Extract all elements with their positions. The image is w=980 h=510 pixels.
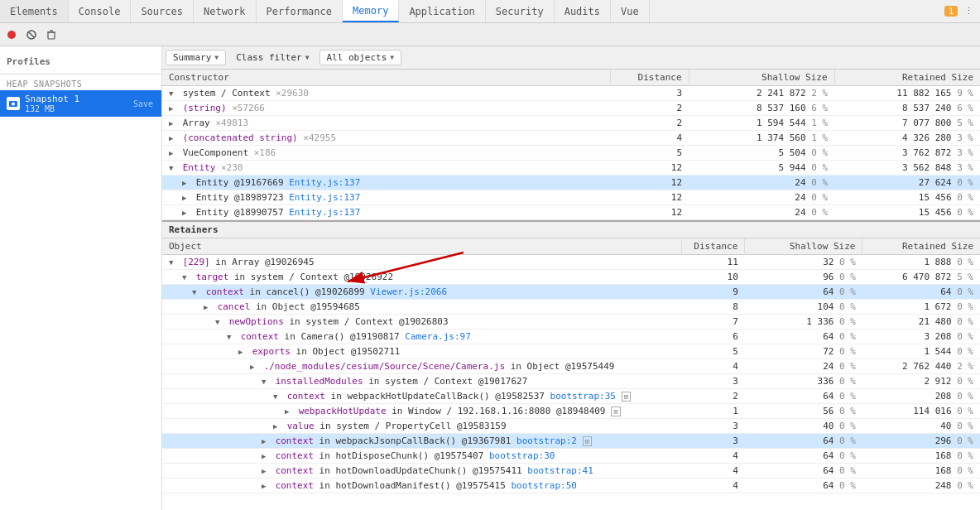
clear-button[interactable]	[23, 26, 40, 43]
count-badge: ×29630	[276, 88, 309, 99]
save-button[interactable]: Save	[132, 98, 155, 110]
shallow-size-cell: 24 0 %	[689, 190, 834, 205]
table-row[interactable]: ▼ Entity ×230 12 5 944 0 % 3 562 848 3 %	[162, 161, 980, 176]
expand-icon[interactable]: ▶	[169, 119, 177, 128]
source-link[interactable]: bootstrap:41	[527, 465, 593, 476]
expand-icon[interactable]: ▼	[169, 258, 177, 267]
tab-audits[interactable]: Audits	[555, 0, 611, 22]
source-link[interactable]: Entity.js:137	[289, 177, 360, 188]
table-row[interactable]: ▶ context in hotDownloadManifest() @1957…	[162, 479, 980, 493]
table-row[interactable]: ▼ context in webpackHotUpdateCallBack() …	[162, 389, 980, 404]
expand-icon[interactable]: ▶	[273, 422, 281, 431]
source-link[interactable]: bootstrap:35	[550, 391, 616, 402]
window-badge-2: ⊞	[583, 436, 592, 446]
table-row[interactable]: ▶ context in hotDisposeChunk() @19575407…	[162, 449, 980, 464]
expand-icon[interactable]: ▼	[262, 378, 270, 386]
expand-icon[interactable]: ▼	[169, 164, 177, 172]
tab-application[interactable]: Application	[399, 0, 485, 22]
table-row[interactable]: ▶ Array ×49813 2 1 594 544 1 % 7 077 800…	[162, 116, 980, 131]
expand-icon[interactable]: ▶	[182, 194, 190, 202]
table-row[interactable]: ▶ webpackHotUpdate in Window / 192.168.1…	[162, 404, 980, 419]
expand-icon[interactable]: ▶	[262, 467, 270, 475]
table-row[interactable]: ▶ context in webpackJsonpCallBack() @193…	[162, 434, 980, 449]
source-link[interactable]: bootstrap:50	[511, 480, 576, 491]
expand-icon[interactable]: ▼	[169, 89, 177, 98]
retained-size-cell: 2 912 0 %	[862, 374, 980, 389]
warning-badge: 1	[944, 6, 958, 17]
tab-security[interactable]: Security	[486, 0, 555, 22]
retained-size-cell: 8 537 240 6 %	[834, 101, 980, 116]
expand-icon[interactable]: ▶	[262, 437, 270, 445]
table-row[interactable]: ▶ exports in Object @19502711 5 72 0 % 1…	[162, 344, 980, 359]
expand-icon[interactable]: ▶	[169, 149, 177, 157]
expand-icon[interactable]: ▶	[169, 104, 177, 113]
expand-icon[interactable]: ▶	[285, 407, 293, 416]
table-row[interactable]: ▶ VueComponent ×186 5 5 504 0 % 3 762 87…	[162, 146, 980, 161]
retainers-container[interactable]: Retainers Object Distance Shallow Size R…	[162, 222, 980, 510]
table-row[interactable]: ▼ [229] in Array @19026945 11 32 0 % 1 8…	[162, 255, 980, 270]
tab-vue[interactable]: Vue	[611, 0, 650, 22]
delete-button[interactable]	[43, 26, 60, 43]
expand-icon[interactable]: ▼	[215, 318, 223, 326]
property-name: cancel	[218, 301, 251, 312]
expand-icon[interactable]: ▶	[204, 303, 212, 311]
table-row[interactable]: ▶ ./node_modules/cesium/Source/Scene/Cam…	[162, 359, 980, 374]
tab-network[interactable]: Network	[194, 0, 257, 22]
tab-performance[interactable]: Performance	[257, 0, 343, 22]
top-table-container[interactable]: Constructor Distance Shallow Size Retain…	[162, 70, 980, 222]
tab-console[interactable]: Console	[69, 0, 132, 22]
constructor-name: VueComponent	[183, 147, 248, 158]
class-filter-button[interactable]: Class filter ▼	[229, 51, 315, 65]
expand-icon[interactable]: ▼	[192, 288, 200, 296]
source-link[interactable]: Entity.js:137	[289, 207, 360, 218]
source-link[interactable]: Camera.js:97	[405, 331, 470, 342]
table-row[interactable]: ▼ context in cancel() @19026899 Viewer.j…	[162, 285, 980, 300]
table-row[interactable]: ▼ system / Context ×29630 3 2 241 872 2 …	[162, 86, 980, 101]
record-button[interactable]	[3, 26, 20, 43]
tab-sources[interactable]: Sources	[131, 0, 194, 22]
expand-icon[interactable]: ▶	[182, 179, 190, 187]
source-link[interactable]: Entity.js:137	[289, 192, 360, 203]
summary-dropdown[interactable]: Summary ▼	[166, 50, 226, 65]
table-row[interactable]: ▶ value in system / PropertyCell @195831…	[162, 419, 980, 434]
all-objects-select[interactable]: All objects ▼	[319, 50, 402, 65]
table-row[interactable]: ▶ cancel in Object @19594685 8 104 0 % 1…	[162, 300, 980, 315]
table-row[interactable]: ▶ Entity @19167669 Entity.js:137 12 24 0…	[162, 176, 980, 190]
expand-icon[interactable]: ▼	[182, 273, 190, 281]
source-link[interactable]: bootstrap:2	[516, 435, 577, 446]
expand-icon[interactable]: ▼	[227, 333, 235, 341]
table-row[interactable]: ▶ Entity @18990757 Entity.js:137 12 24 0…	[162, 205, 980, 220]
table-row[interactable]: ▼ installedModules in system / Context @…	[162, 374, 980, 389]
expand-icon[interactable]: ▶	[182, 209, 190, 217]
table-row[interactable]: ▼ newOptions in system / Context @190268…	[162, 315, 980, 330]
expand-icon[interactable]: ▶	[262, 482, 270, 490]
expand-icon[interactable]: ▼	[273, 392, 281, 401]
table-row[interactable]: ▶ context in hotDownloadUpdateChunk() @1…	[162, 464, 980, 479]
property-name: context	[276, 480, 314, 491]
source-link[interactable]: Viewer.js:2066	[370, 286, 447, 297]
distance-cell: 1	[681, 404, 745, 419]
table-row[interactable]: ▶ (concatenated string) ×42955 4 1 374 5…	[162, 131, 980, 146]
property-name: installedModules	[276, 376, 363, 387]
table-row[interactable]: ▼ context in Camera() @19190817 Camera.j…	[162, 330, 980, 344]
tab-memory[interactable]: Memory	[343, 0, 399, 22]
property-name: value	[287, 421, 315, 431]
expand-icon[interactable]: ▶	[169, 134, 177, 142]
more-tools-icon[interactable]: ⋮	[964, 6, 973, 17]
retained-size-cell: 40 0 %	[862, 419, 980, 434]
snapshot-item[interactable]: Snapshot 1 132 MB Save	[0, 90, 161, 117]
expand-icon[interactable]: ▶	[250, 363, 258, 371]
retained-size-cell: 21 480 0 %	[862, 315, 980, 330]
object-cell: ▼ [229] in Array @19026945	[162, 255, 681, 270]
expand-icon[interactable]: ▶	[238, 348, 247, 356]
constructor-name: system / Context	[183, 88, 271, 99]
expand-icon[interactable]: ▶	[262, 452, 270, 460]
constructor-name: (string)	[183, 103, 227, 113]
retained-size-cell: 2 762 440 2 %	[862, 359, 980, 374]
table-row[interactable]: ▶ Entity @18989723 Entity.js:137 12 24 0…	[162, 190, 980, 205]
table-row[interactable]: ▼ target in system / Context @19026922 1…	[162, 270, 980, 285]
tab-elements[interactable]: Elements	[0, 0, 69, 22]
table-row[interactable]: ▶ (string) ×57266 2 8 537 160 6 % 8 537 …	[162, 101, 980, 116]
constructor-table-body: ▼ system / Context ×29630 3 2 241 872 2 …	[162, 86, 980, 220]
source-link[interactable]: bootstrap:30	[489, 450, 555, 461]
